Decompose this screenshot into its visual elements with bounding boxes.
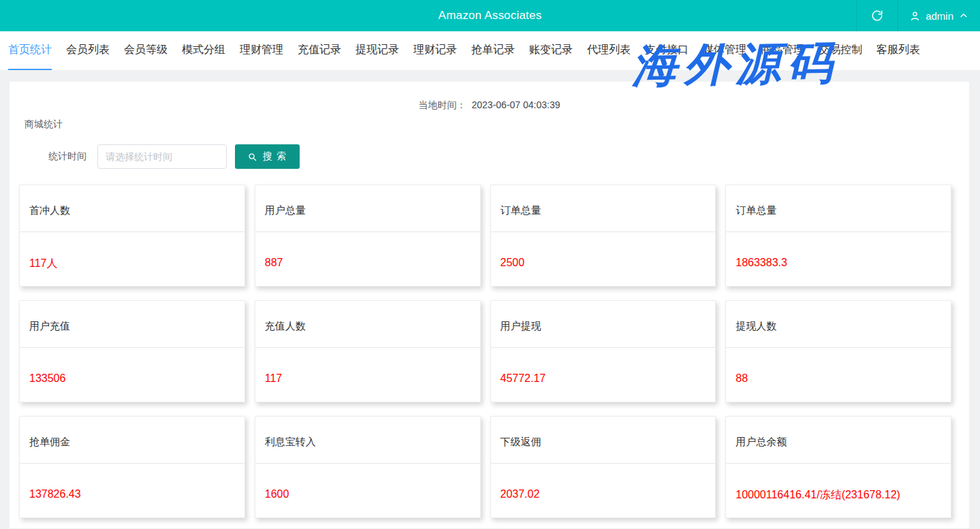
stat-card-value: 133506 bbox=[20, 348, 244, 385]
app-bar: Amazon Associates admin bbox=[0, 0, 980, 31]
stat-card-title: 充值人数 bbox=[255, 301, 480, 333]
stat-card-value: 1863383.3 bbox=[726, 232, 951, 269]
tab-member-levels[interactable]: 会员等级 bbox=[124, 31, 168, 70]
local-time-value: 2023-06-07 04:03:39 bbox=[472, 99, 560, 110]
app-bar-actions: admin bbox=[856, 0, 980, 31]
stat-card-user-total-balance: 用户总余额 10000116416.41/冻结(231678.12) bbox=[725, 416, 951, 518]
search-button-label: 搜索 bbox=[263, 150, 290, 163]
stat-card-first-deposit-users: 首冲人数 117人 bbox=[19, 185, 245, 287]
stat-card-title: 下级返佣 bbox=[491, 417, 716, 449]
stat-card-value: 88 bbox=[726, 348, 951, 385]
stat-card-value: 117人 bbox=[20, 232, 244, 271]
tab-finance-records[interactable]: 理财记录 bbox=[413, 31, 457, 70]
tab-account-change-records[interactable]: 账变记录 bbox=[529, 31, 573, 70]
stat-card-value: 2037.02 bbox=[491, 464, 716, 500]
stat-card-title: 提现人数 bbox=[726, 301, 951, 333]
tab-media-management[interactable]: 媒体管理 bbox=[703, 31, 746, 70]
stat-card-value: 887 bbox=[255, 232, 480, 269]
tab-trade-control[interactable]: 交易控制 bbox=[819, 31, 862, 70]
refresh-button[interactable] bbox=[856, 0, 898, 31]
local-time-label: 当地时间： bbox=[419, 99, 467, 110]
tab-mode-groups[interactable]: 模式分组 bbox=[182, 31, 225, 70]
tab-deposit-records[interactable]: 充值记录 bbox=[298, 31, 341, 70]
tab-customer-service-list[interactable]: 客服列表 bbox=[876, 31, 920, 70]
main-panel: 当地时间：2023-06-07 04:03:39 商城统计 统计时间 搜索 首冲… bbox=[10, 82, 969, 528]
tab-payment-gateway[interactable]: 支付接口 bbox=[645, 31, 689, 70]
tab-home-stats[interactable]: 首页统计 bbox=[8, 31, 52, 70]
section-title: 商城统计 bbox=[25, 118, 969, 131]
stat-card-value: 10000116416.41/冻结(231678.12) bbox=[726, 464, 951, 502]
stat-card-user-deposits: 用户充值 133506 bbox=[19, 300, 245, 402]
stats-grid: 首冲人数 117人 用户总量 887 订单总量 2500 订单总量 186338… bbox=[19, 185, 951, 518]
filter-row: 统计时间 搜索 bbox=[48, 144, 969, 169]
stat-time-input[interactable] bbox=[97, 144, 227, 169]
tab-order-grab-records[interactable]: 抢单记录 bbox=[471, 31, 515, 70]
stat-card-title: 订单总量 bbox=[726, 185, 951, 217]
tab-product-management[interactable]: 商品管理 bbox=[761, 31, 804, 70]
stat-card-value: 1600 bbox=[255, 464, 480, 500]
search-button[interactable]: 搜索 bbox=[235, 144, 300, 169]
stat-card-value: 137826.43 bbox=[20, 464, 244, 500]
tab-agent-list[interactable]: 代理列表 bbox=[587, 31, 631, 70]
stat-time-label: 统计时间 bbox=[48, 150, 86, 163]
stat-card-interest-treasure-transfer-in: 利息宝转入 1600 bbox=[255, 416, 481, 518]
stat-card-value: 117 bbox=[255, 348, 480, 385]
stat-card-subordinate-rebate: 下级返佣 2037.02 bbox=[490, 416, 716, 518]
stat-card-title: 用户充值 bbox=[20, 301, 244, 333]
stat-card-title: 用户总余额 bbox=[726, 417, 951, 449]
tab-withdrawal-records[interactable]: 提现记录 bbox=[355, 31, 399, 70]
stat-card-order-grab-commission: 抢单佣金 137826.43 bbox=[19, 416, 245, 518]
stat-card-title: 抢单佣金 bbox=[20, 417, 244, 449]
stat-card-title: 订单总量 bbox=[491, 185, 716, 217]
nav-tabs: 首页统计会员列表会员等级模式分组理财管理充值记录提现记录理财记录抢单记录账变记录… bbox=[0, 31, 980, 70]
chevron-up-icon bbox=[958, 10, 969, 21]
username-label: admin bbox=[926, 10, 953, 22]
stat-card-value: 45772.17 bbox=[491, 348, 716, 385]
user-icon bbox=[909, 10, 921, 22]
stat-card-total-order-amount: 订单总量 1863383.3 bbox=[725, 185, 951, 287]
refresh-icon bbox=[871, 10, 883, 22]
user-menu[interactable]: admin bbox=[898, 0, 980, 31]
stat-card-total-orders: 订单总量 2500 bbox=[490, 185, 716, 287]
tab-member-list[interactable]: 会员列表 bbox=[66, 31, 110, 70]
local-time-row: 当地时间：2023-06-07 04:03:39 bbox=[10, 82, 969, 112]
stat-card-value: 2500 bbox=[491, 232, 716, 269]
search-icon bbox=[247, 152, 257, 162]
stat-card-title: 首冲人数 bbox=[20, 185, 244, 217]
app-title: Amazon Associates bbox=[439, 9, 542, 22]
stat-card-deposit-users: 充值人数 117 bbox=[255, 300, 481, 402]
stat-card-withdrawal-users: 提现人数 88 bbox=[725, 300, 951, 402]
stat-card-title: 利息宝转入 bbox=[255, 417, 480, 449]
stat-card-title: 用户提现 bbox=[491, 301, 716, 333]
tab-finance-management[interactable]: 理财管理 bbox=[240, 31, 283, 70]
stat-card-total-users: 用户总量 887 bbox=[255, 185, 481, 287]
stat-card-user-withdrawals: 用户提现 45772.17 bbox=[490, 300, 716, 402]
stat-card-title: 用户总量 bbox=[255, 185, 480, 217]
